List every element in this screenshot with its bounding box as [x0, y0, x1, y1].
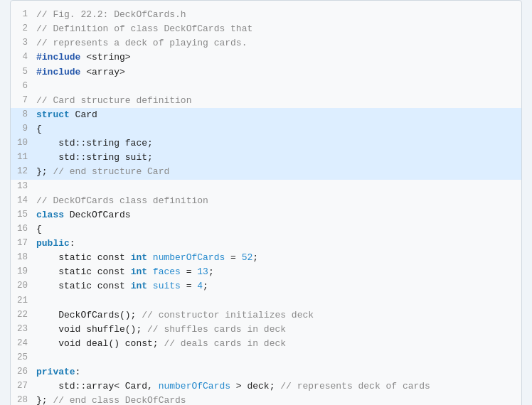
keyword-token: int	[131, 281, 147, 291]
code-line: 12}; // end structure Card	[11, 165, 521, 179]
code-line: 28}; // end class DeckOfCards	[11, 394, 521, 405]
line-content: // Fig. 22.2: DeckOfCards.h	[36, 8, 186, 22]
code-line: 18 static const int numberOfCards = 52;	[11, 251, 521, 265]
line-content: #include <string>	[36, 50, 131, 65]
line-number: 2	[16, 22, 36, 36]
code-line: 13	[11, 180, 521, 194]
line-number: 12	[16, 165, 36, 179]
code-block: 1// Fig. 22.2: DeckOfCards.h2// Definiti…	[10, 0, 522, 405]
plain-token: :	[75, 367, 81, 377]
line-number: 17	[16, 237, 36, 251]
line-number: 10	[16, 136, 36, 151]
code-line: 2// Definition of class DeckOfCards that	[11, 22, 521, 36]
line-content: static const int suits = 4;	[36, 279, 208, 293]
line-number: 3	[16, 36, 36, 50]
line-number: 4	[16, 50, 36, 65]
code-line: 24 void deal() const; // deals cards in …	[11, 337, 521, 351]
line-content: {	[36, 122, 42, 136]
plain-token: std::string face;	[36, 138, 153, 148]
plain-token: =	[181, 266, 197, 277]
line-number: 24	[16, 337, 36, 351]
plain-token: static const	[36, 266, 131, 277]
keyword-token: public	[36, 238, 70, 249]
line-content: struct Card	[36, 108, 97, 122]
plain-token	[147, 266, 153, 277]
plain-token	[147, 281, 153, 291]
keyword-token: int	[131, 266, 147, 277]
plain-token: DeckOfCards	[64, 210, 131, 220]
line-number: 7	[16, 94, 36, 108]
number-token: suits	[153, 281, 181, 291]
line-number: 1	[16, 8, 36, 22]
code-line: 8struct Card	[11, 108, 521, 122]
line-content: static const int faces = 13;	[36, 265, 214, 279]
line-number: 5	[16, 65, 36, 80]
plain-token: };	[36, 166, 53, 177]
line-number: 6	[16, 80, 36, 94]
comment-token: // deals cards in deck	[164, 338, 286, 349]
plain-token: void shuffle();	[36, 324, 147, 335]
code-line: 25	[11, 351, 521, 365]
code-line: 21	[11, 294, 521, 308]
line-number: 21	[16, 294, 36, 308]
keyword-token: int	[131, 252, 147, 263]
comment-token: // end structure Card	[53, 166, 169, 177]
code-line: 7// Card structure definition	[11, 94, 521, 108]
line-content: }; // end structure Card	[36, 165, 169, 179]
number-token: 52	[242, 252, 253, 263]
line-content: private:	[36, 365, 80, 379]
comment-token: // represents a deck of playing cards.	[36, 38, 247, 48]
plain-token: static const	[36, 252, 131, 263]
include-token: #include	[36, 52, 80, 63]
include-token: #include	[36, 67, 80, 77]
plain-token: ;	[203, 281, 208, 291]
code-line: 23 void shuffle(); // shuffles cards in …	[11, 323, 521, 337]
plain-token: void deal() const;	[36, 338, 164, 349]
line-number: 25	[16, 351, 36, 365]
line-content: #include <array>	[36, 65, 125, 80]
number-token: 13	[197, 266, 208, 277]
line-number: 8	[16, 108, 36, 122]
comment-token: // Card structure definition	[36, 95, 191, 106]
number-token: numberOfCards	[153, 252, 225, 263]
plain-token: <array>	[80, 67, 124, 77]
line-content: class DeckOfCards	[36, 208, 131, 222]
line-content: std::string suit;	[36, 151, 153, 165]
code-line: 27 std::array< Card, numberOfCards > dec…	[11, 379, 521, 394]
keyword-token: class	[36, 210, 64, 220]
code-line: 15class DeckOfCards	[11, 208, 521, 222]
plain-token: {	[36, 124, 42, 134]
line-number: 14	[16, 194, 36, 208]
line-content: {	[36, 222, 42, 237]
line-content: // Definition of class DeckOfCards that	[36, 22, 252, 36]
line-number: 11	[16, 151, 36, 165]
code-line: 26private:	[11, 365, 521, 379]
code-line: 9{	[11, 122, 521, 136]
plain-token: =	[225, 252, 241, 263]
code-line: 14// DeckOfCards class definition	[11, 194, 521, 208]
line-content: static const int numberOfCards = 52;	[36, 251, 258, 265]
plain-token: static const	[36, 281, 131, 291]
code-line: 22 DeckOfCards(); // constructor initial…	[11, 308, 521, 323]
comment-token: // end class DeckOfCards	[53, 395, 186, 405]
plain-token: std::array< Card,	[36, 381, 159, 392]
line-number: 26	[16, 365, 36, 379]
line-number: 13	[16, 180, 36, 194]
line-number: 9	[16, 122, 36, 136]
plain-token: };	[36, 395, 53, 405]
line-content: // Card structure definition	[36, 94, 191, 108]
plain-token: DeckOfCards();	[36, 310, 142, 320]
plain-token: ;	[208, 266, 214, 277]
number-token: 4	[197, 281, 203, 291]
comment-token: // represents deck of cards	[280, 381, 430, 392]
code-line: 5#include <array>	[11, 65, 521, 80]
plain-token: <string>	[80, 52, 130, 63]
line-content: DeckOfCards(); // constructor initialize…	[36, 308, 314, 323]
comment-token: // Definition of class DeckOfCards that	[36, 23, 252, 34]
line-number: 19	[16, 265, 36, 279]
comment-token: // Fig. 22.2: DeckOfCards.h	[36, 9, 186, 20]
comment-token: // constructor initializes deck	[142, 310, 314, 320]
code-line: 6	[11, 80, 521, 94]
comment-token: // shuffles cards in deck	[147, 324, 286, 335]
line-number: 27	[16, 379, 36, 394]
